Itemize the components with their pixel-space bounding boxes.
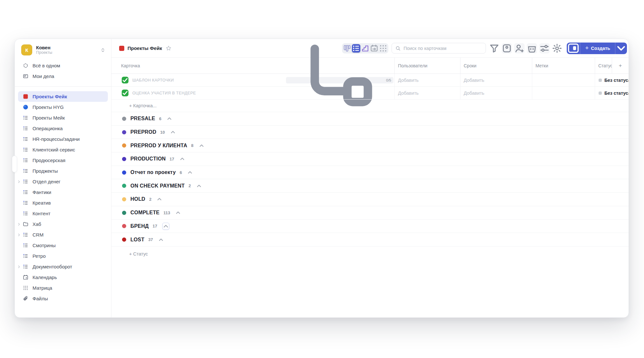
status-group-count: 17 xyxy=(170,157,174,161)
sidebar-item[interactable]: Проекты Фейк xyxy=(18,91,108,102)
sidebar-item[interactable]: Проджекты xyxy=(18,166,108,176)
search-input[interactable] xyxy=(403,46,482,51)
chevron-up-icon xyxy=(158,237,164,243)
sidebar-item[interactable]: Отдел денег xyxy=(18,176,108,187)
sidebar-item[interactable]: Документооборот xyxy=(18,261,108,272)
sidebar-item[interactable]: Продюсерская xyxy=(18,155,108,166)
status-cell[interactable]: Без статуса xyxy=(595,74,629,86)
sidebar-item-label: Документооборот xyxy=(33,264,72,269)
collapse-group-button[interactable] xyxy=(199,143,204,149)
sidebar-item[interactable]: Файлы xyxy=(18,293,108,304)
status-group-row[interactable]: PRODUCTION 17 xyxy=(111,152,629,166)
sidebar-item[interactable]: Ретро xyxy=(18,251,108,261)
bin-button[interactable] xyxy=(502,43,512,53)
status-group-row[interactable]: Отчет по проекту 6 xyxy=(111,166,629,179)
create-menu-button[interactable] xyxy=(615,43,627,54)
sliders-button[interactable] xyxy=(539,43,550,53)
chevron-up-icon xyxy=(166,116,172,121)
chevron-up-icon xyxy=(196,183,202,189)
dates-cell[interactable]: Добавить xyxy=(460,87,532,99)
sidebar-item[interactable]: Всё в одном xyxy=(18,60,108,71)
sidebar-resize-handle[interactable] xyxy=(12,156,17,172)
create-button[interactable]: + Создать xyxy=(580,43,615,54)
check-icon xyxy=(122,90,128,96)
status-group-row[interactable]: PRESALE 6 xyxy=(111,112,629,126)
dates-cell[interactable]: Добавить xyxy=(460,74,532,86)
chevron-right-icon[interactable] xyxy=(17,265,21,269)
status-group-row[interactable]: PREPROD 10 xyxy=(111,126,629,139)
workspace-avatar: К xyxy=(21,44,32,55)
sidebar-item[interactable]: Матрица xyxy=(18,283,108,293)
chevron-right-icon[interactable] xyxy=(17,180,21,184)
favorite-star-icon[interactable] xyxy=(166,45,171,51)
invite-user-button[interactable] xyxy=(514,43,525,53)
collapse-group-button[interactable] xyxy=(170,129,176,135)
status-group-row[interactable]: HOLD 2 xyxy=(111,193,629,206)
collapse-group-button[interactable] xyxy=(179,156,185,162)
collapse-group-button[interactable] xyxy=(166,116,172,121)
labels-cell[interactable] xyxy=(532,87,595,99)
gear-button[interactable] xyxy=(552,43,562,53)
sidebar-item[interactable]: Контент xyxy=(18,208,108,219)
project-list-icon xyxy=(23,168,28,174)
collapse-group-button[interactable] xyxy=(196,183,202,189)
sidebar-item[interactable]: Мои дела xyxy=(18,71,108,82)
collapse-group-button[interactable] xyxy=(162,223,169,230)
status-group-row[interactable]: COMPLETE 113 xyxy=(111,206,629,220)
board-title-group: Проекты Фейк xyxy=(119,45,171,51)
users-cell[interactable]: Добавить xyxy=(394,87,460,99)
project-list-icon xyxy=(23,211,28,216)
chevron-right-icon[interactable] xyxy=(17,233,21,237)
status-group-dot xyxy=(122,211,126,215)
status-group-row[interactable]: PREPROD У КЛИЕНТА 8 xyxy=(111,139,629,152)
sidebar-item[interactable]: Фантики xyxy=(18,187,108,198)
collapse-group-button[interactable] xyxy=(156,196,162,202)
chevrons-updown-icon[interactable] xyxy=(100,48,105,53)
card-checkbox[interactable] xyxy=(122,77,128,83)
card-row[interactable]: ШАБЛОН КАРТОЧКИ 0/5 Добавить Добавить Бе… xyxy=(111,74,629,87)
basket-button[interactable] xyxy=(527,43,537,53)
card-title[interactable]: ШАБЛОН КАРТОЧКИ xyxy=(132,78,174,82)
status-cell[interactable]: Без статуса xyxy=(595,87,629,99)
workspace-switcher[interactable]: К Ковен Проекты xyxy=(15,44,111,56)
sidebar-item[interactable]: Операционка xyxy=(18,123,108,134)
subtasks-badge[interactable]: 0/5 xyxy=(286,77,393,83)
chevron-up-icon xyxy=(170,129,176,135)
collapse-group-button[interactable] xyxy=(175,210,181,216)
bin-icon xyxy=(502,43,512,53)
status-label: Без статуса xyxy=(604,78,629,83)
card-title[interactable]: ОЦЕНКА УЧАСТИЯ В ТЕНДЕРЕ xyxy=(132,91,196,95)
add-card-button[interactable]: + Карточка... xyxy=(111,100,629,112)
users-cell[interactable]: Добавить xyxy=(394,74,460,86)
card-cell: ШАБЛОН КАРТОЧКИ 0/5 xyxy=(111,74,394,86)
card-row[interactable]: ОЦЕНКА УЧАСТИЯ В ТЕНДЕРЕ Добавить Добави… xyxy=(111,87,629,100)
chevron-right-icon[interactable] xyxy=(17,222,21,226)
column-header-status: Статус xyxy=(595,58,612,73)
add-status-button[interactable]: + Статус xyxy=(111,247,629,261)
project-list-icon xyxy=(23,136,28,142)
sidebar-top-nav: Всё в одном Мои дела xyxy=(15,60,111,82)
labels-cell[interactable] xyxy=(532,74,595,86)
collapse-group-button[interactable] xyxy=(158,237,164,243)
sidebar-item[interactable]: Клиентский сервис xyxy=(18,144,108,155)
sidebar-item[interactable]: CRM xyxy=(18,229,108,240)
add-column-button[interactable]: + xyxy=(612,58,629,73)
status-group-row[interactable]: LOST 37 xyxy=(111,233,629,247)
sidebar-item[interactable]: Смотрины xyxy=(18,240,108,251)
sidebar-item[interactable]: Хаб xyxy=(18,219,108,229)
sidebar-item[interactable]: HR-процессы/задачи xyxy=(18,134,108,144)
sidebar-item[interactable]: Календарь xyxy=(18,272,108,283)
tasks-card-icon xyxy=(23,73,28,79)
status-group-name: PREPROD xyxy=(130,129,156,135)
status-group-row[interactable]: БРЕНД 17 xyxy=(111,220,629,233)
sidebar-item[interactable]: Проекты Мейк xyxy=(18,112,108,123)
filter-button[interactable] xyxy=(489,43,499,53)
sidebar-item[interactable]: Креатив xyxy=(18,198,108,208)
sidebar-item[interactable]: Проекты HYG xyxy=(18,102,108,112)
status-group-row[interactable]: ON CHECK PAYMENT 2 xyxy=(111,179,629,193)
collapse-group-button[interactable] xyxy=(187,169,193,175)
create-card-mode-button[interactable] xyxy=(567,43,580,54)
sidebar-item-label: Мои дела xyxy=(33,73,54,79)
column-header-dates: Сроки xyxy=(460,58,532,73)
card-checkbox[interactable] xyxy=(122,90,128,96)
